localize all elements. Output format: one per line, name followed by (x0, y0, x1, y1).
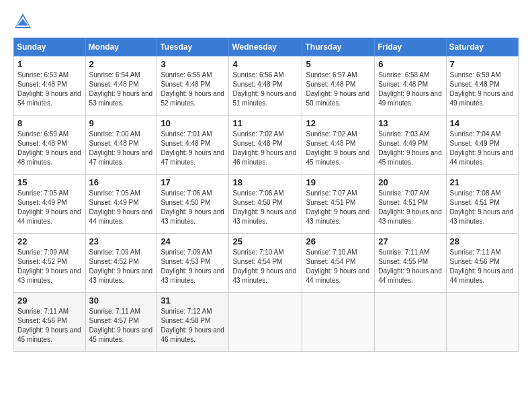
calendar-cell: 24Sunrise: 7:09 AMSunset: 4:53 PMDayligh… (157, 234, 229, 293)
calendar-cell: 22Sunrise: 7:09 AMSunset: 4:52 PMDayligh… (14, 234, 86, 293)
day-number: 4 (232, 59, 298, 69)
calendar-cell: 4Sunrise: 6:56 AMSunset: 4:48 PMDaylight… (229, 56, 302, 116)
day-number: 9 (89, 118, 154, 128)
day-number: 10 (161, 118, 225, 128)
calendar-cell: 8Sunrise: 6:59 AMSunset: 4:48 PMDaylight… (14, 116, 86, 175)
day-number: 16 (89, 177, 154, 187)
day-info: Sunrise: 7:11 AMSunset: 4:57 PMDaylight:… (89, 307, 154, 345)
day-number: 13 (378, 118, 442, 128)
calendar-cell: 14Sunrise: 7:04 AMSunset: 4:49 PMDayligh… (446, 116, 518, 175)
day-number: 30 (89, 295, 154, 306)
weekday-header-friday: Friday (375, 38, 446, 56)
calendar-cell: 10Sunrise: 7:01 AMSunset: 4:48 PMDayligh… (157, 116, 229, 175)
day-number: 3 (161, 59, 225, 69)
day-number: 12 (306, 118, 371, 128)
day-number: 2 (89, 59, 154, 69)
day-number: 29 (17, 295, 82, 306)
calendar-cell: 6Sunrise: 6:58 AMSunset: 4:48 PMDaylight… (375, 56, 446, 116)
day-info: Sunrise: 7:03 AMSunset: 4:49 PMDaylight:… (378, 130, 442, 167)
day-number: 25 (232, 236, 298, 246)
calendar-cell: 31Sunrise: 7:12 AMSunset: 4:58 PMDayligh… (157, 293, 229, 352)
day-info: Sunrise: 7:07 AMSunset: 4:51 PMDaylight:… (306, 189, 371, 226)
calendar-cell: 9Sunrise: 7:00 AMSunset: 4:48 PMDaylight… (85, 116, 157, 175)
calendar-cell: 5Sunrise: 6:57 AMSunset: 4:48 PMDaylight… (302, 56, 375, 116)
calendar-cell: 25Sunrise: 7:10 AMSunset: 4:54 PMDayligh… (229, 234, 302, 293)
day-info: Sunrise: 7:12 AMSunset: 4:58 PMDaylight:… (161, 307, 225, 345)
logo (13, 12, 35, 31)
calendar-cell: 2Sunrise: 6:54 AMSunset: 4:48 PMDaylight… (85, 56, 157, 116)
day-info: Sunrise: 6:56 AMSunset: 4:48 PMDaylight:… (232, 71, 298, 108)
day-info: Sunrise: 7:02 AMSunset: 4:48 PMDaylight:… (232, 130, 298, 167)
day-info: Sunrise: 7:07 AMSunset: 4:51 PMDaylight:… (378, 189, 442, 226)
calendar-cell: 13Sunrise: 7:03 AMSunset: 4:49 PMDayligh… (375, 116, 446, 175)
day-info: Sunrise: 7:01 AMSunset: 4:48 PMDaylight:… (161, 130, 225, 167)
day-info: Sunrise: 7:05 AMSunset: 4:49 PMDaylight:… (89, 189, 154, 226)
calendar-cell: 20Sunrise: 7:07 AMSunset: 4:51 PMDayligh… (375, 175, 446, 234)
day-number: 5 (306, 59, 371, 69)
day-number: 1 (17, 59, 82, 69)
calendar-cell: 27Sunrise: 7:11 AMSunset: 4:55 PMDayligh… (375, 234, 446, 293)
page: SundayMondayTuesdayWednesdayThursdayFrid… (0, 0, 532, 411)
calendar-cell: 21Sunrise: 7:08 AMSunset: 4:51 PMDayligh… (446, 175, 518, 234)
calendar-cell: 28Sunrise: 7:11 AMSunset: 4:56 PMDayligh… (446, 234, 518, 293)
calendar-cell: 18Sunrise: 7:06 AMSunset: 4:50 PMDayligh… (229, 175, 302, 234)
day-info: Sunrise: 7:10 AMSunset: 4:54 PMDaylight:… (232, 248, 298, 285)
day-info: Sunrise: 7:08 AMSunset: 4:51 PMDaylight:… (450, 189, 515, 226)
day-info: Sunrise: 7:11 AMSunset: 4:56 PMDaylight:… (450, 248, 515, 285)
logo-icon (13, 12, 32, 31)
day-number: 20 (378, 177, 442, 187)
weekday-header-tuesday: Tuesday (157, 38, 229, 56)
calendar-cell (375, 293, 446, 352)
day-info: Sunrise: 7:10 AMSunset: 4:54 PMDaylight:… (306, 248, 371, 285)
calendar-cell: 12Sunrise: 7:02 AMSunset: 4:48 PMDayligh… (302, 116, 375, 175)
calendar-cell: 30Sunrise: 7:11 AMSunset: 4:57 PMDayligh… (85, 293, 157, 352)
calendar-cell: 11Sunrise: 7:02 AMSunset: 4:48 PMDayligh… (229, 116, 302, 175)
day-number: 17 (161, 177, 225, 187)
day-number: 28 (450, 236, 515, 246)
weekday-header-saturday: Saturday (446, 38, 518, 56)
header (13, 12, 519, 31)
calendar-week-row: 1Sunrise: 6:53 AMSunset: 4:48 PMDaylight… (14, 56, 519, 116)
day-number: 22 (17, 236, 82, 246)
day-number: 26 (306, 236, 371, 246)
day-number: 14 (450, 118, 515, 128)
day-number: 23 (89, 236, 154, 246)
calendar-cell: 23Sunrise: 7:09 AMSunset: 4:52 PMDayligh… (85, 234, 157, 293)
day-number: 6 (378, 59, 442, 69)
calendar-cell: 26Sunrise: 7:10 AMSunset: 4:54 PMDayligh… (302, 234, 375, 293)
calendar-week-row: 29Sunrise: 7:11 AMSunset: 4:56 PMDayligh… (14, 293, 519, 352)
day-number: 31 (161, 295, 225, 306)
day-info: Sunrise: 7:05 AMSunset: 4:49 PMDaylight:… (17, 189, 82, 226)
calendar-cell: 3Sunrise: 6:55 AMSunset: 4:48 PMDaylight… (157, 56, 229, 116)
calendar-cell (446, 293, 518, 352)
calendar-cell (302, 293, 375, 352)
day-number: 18 (232, 177, 298, 187)
weekday-header-wednesday: Wednesday (229, 38, 302, 56)
day-info: Sunrise: 7:09 AMSunset: 4:52 PMDaylight:… (89, 248, 154, 285)
calendar-table: SundayMondayTuesdayWednesdayThursdayFrid… (13, 38, 519, 352)
day-info: Sunrise: 7:00 AMSunset: 4:48 PMDaylight:… (89, 130, 154, 167)
day-number: 21 (450, 177, 515, 187)
day-info: Sunrise: 6:53 AMSunset: 4:48 PMDaylight:… (17, 71, 82, 108)
day-number: 7 (450, 59, 515, 69)
calendar-week-row: 8Sunrise: 6:59 AMSunset: 4:48 PMDaylight… (14, 116, 519, 175)
weekday-header-thursday: Thursday (302, 38, 375, 56)
weekday-header-sunday: Sunday (14, 38, 86, 56)
day-number: 24 (161, 236, 225, 246)
day-info: Sunrise: 7:06 AMSunset: 4:50 PMDaylight:… (161, 189, 225, 226)
day-info: Sunrise: 7:04 AMSunset: 4:49 PMDaylight:… (450, 130, 515, 167)
day-info: Sunrise: 7:06 AMSunset: 4:50 PMDaylight:… (232, 189, 298, 226)
day-number: 8 (17, 118, 82, 128)
calendar-cell: 7Sunrise: 6:59 AMSunset: 4:48 PMDaylight… (446, 56, 518, 116)
day-info: Sunrise: 6:59 AMSunset: 4:48 PMDaylight:… (17, 130, 82, 167)
calendar-cell: 16Sunrise: 7:05 AMSunset: 4:49 PMDayligh… (85, 175, 157, 234)
day-info: Sunrise: 6:55 AMSunset: 4:48 PMDaylight:… (161, 71, 225, 108)
day-info: Sunrise: 7:09 AMSunset: 4:52 PMDaylight:… (17, 248, 82, 285)
day-number: 11 (232, 118, 298, 128)
calendar-cell: 1Sunrise: 6:53 AMSunset: 4:48 PMDaylight… (14, 56, 86, 116)
calendar-cell (229, 293, 302, 352)
calendar-week-row: 22Sunrise: 7:09 AMSunset: 4:52 PMDayligh… (14, 234, 519, 293)
day-number: 19 (306, 177, 371, 187)
day-info: Sunrise: 6:54 AMSunset: 4:48 PMDaylight:… (89, 71, 154, 108)
calendar-week-row: 15Sunrise: 7:05 AMSunset: 4:49 PMDayligh… (14, 175, 519, 234)
